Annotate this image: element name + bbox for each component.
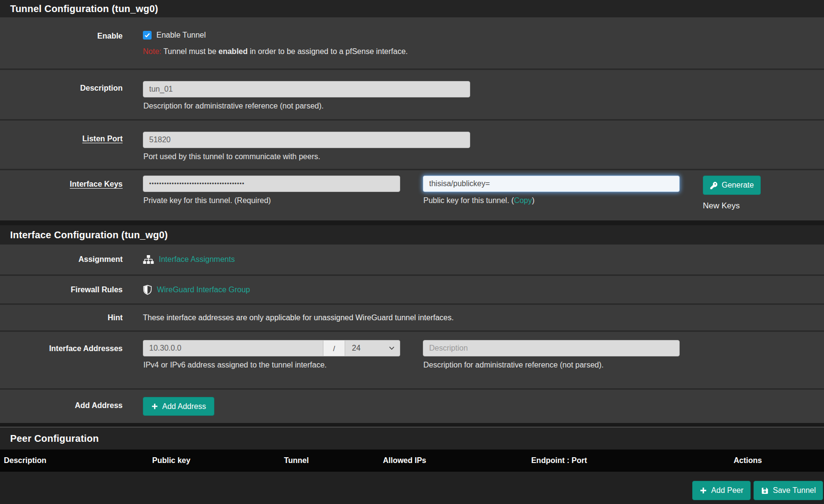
save-icon bbox=[761, 487, 769, 495]
add-peer-button-label: Add Peer bbox=[711, 486, 743, 495]
tunnel-configuration-title: Tunnel Configuration (tun_wg0) bbox=[0, 0, 824, 17]
add-address-button-label: Add Address bbox=[162, 402, 206, 411]
column-header-public-key: Public key bbox=[148, 456, 280, 465]
plus-icon bbox=[151, 403, 158, 410]
hint-row: Hint These interface addresses are only … bbox=[0, 303, 824, 330]
interface-configuration-heading: Interface Configuration (tun_wg0) bbox=[0, 225, 824, 245]
enable-tunnel-checkbox[interactable] bbox=[143, 31, 152, 40]
interface-keys-row: Interface Keys Private key for this tunn… bbox=[0, 169, 824, 220]
sitemap-icon bbox=[143, 255, 154, 264]
note-bold: enabled bbox=[219, 47, 248, 55]
enable-row: Enable Enable Tunnel Note: Tunnel must b… bbox=[0, 17, 824, 68]
interface-address-input[interactable] bbox=[143, 340, 323, 356]
address-description-help: Description for administrative reference… bbox=[423, 361, 680, 369]
save-tunnel-button[interactable]: Save Tunnel bbox=[754, 481, 823, 500]
tunnel-configuration-heading: Tunnel Configuration (tun_wg0) bbox=[0, 0, 824, 17]
assignment-row: Assignment Interface Assignments bbox=[0, 245, 824, 274]
description-help: Description for administrative reference… bbox=[143, 102, 824, 110]
plus-icon bbox=[699, 487, 707, 494]
address-description-input[interactable] bbox=[423, 340, 680, 356]
new-keys-label: New Keys bbox=[703, 201, 761, 211]
copy-public-key-link[interactable]: Copy bbox=[514, 196, 532, 204]
add-address-row: Add Address Add Address bbox=[0, 388, 824, 423]
description-input[interactable] bbox=[143, 81, 470, 97]
tunnel-configuration-panel: Tunnel Configuration (tun_wg0) Enable En… bbox=[0, 0, 824, 220]
peer-table-header: Description Public key Tunnel Allowed IP… bbox=[0, 450, 824, 472]
mask-select[interactable]: 24 bbox=[345, 340, 400, 356]
chevron-down-icon bbox=[389, 346, 394, 350]
note-text-2: in order to be assigned to a pfSense int… bbox=[248, 47, 408, 55]
mask-select-value: 24 bbox=[352, 344, 361, 353]
interface-configuration-title: Interface Configuration (tun_wg0) bbox=[0, 225, 824, 244]
peer-configuration-title: Peer Configuration bbox=[0, 427, 824, 447]
interface-configuration-body: Assignment Interface Assignments Firewal… bbox=[0, 245, 824, 423]
tunnel-configuration-body: Enable Enable Tunnel Note: Tunnel must b… bbox=[0, 17, 824, 220]
key-icon bbox=[710, 181, 718, 190]
save-tunnel-button-label: Save Tunnel bbox=[773, 486, 816, 495]
firewall-rules-row: Firewall Rules WireGuard Interface Group bbox=[0, 274, 824, 303]
enable-label: Enable bbox=[0, 17, 143, 68]
listen-port-input[interactable] bbox=[143, 132, 470, 148]
peer-configuration-panel: Peer Configuration Description Public ke… bbox=[0, 427, 824, 504]
hint-label: Hint bbox=[0, 313, 143, 322]
add-peer-button[interactable]: Add Peer bbox=[692, 481, 751, 500]
description-row: Description Description for administrati… bbox=[0, 68, 824, 119]
add-address-button[interactable]: Add Address bbox=[143, 397, 214, 416]
enable-note: Note: Tunnel must be enabled in order to… bbox=[143, 47, 824, 56]
form-actions-bar: Add Peer Save Tunnel bbox=[0, 472, 824, 504]
column-header-description: Description bbox=[0, 456, 148, 465]
column-header-allowed-ips: Allowed IPs bbox=[379, 456, 527, 465]
interface-assignments-link[interactable]: Interface Assignments bbox=[159, 255, 235, 264]
hint-text: These interface addresses are only appli… bbox=[143, 313, 454, 322]
note-prefix: Note: bbox=[143, 47, 161, 55]
interface-addresses-row: Interface Addresses / 24 IPv4 or IPv6 ad… bbox=[0, 330, 824, 388]
shield-icon bbox=[143, 285, 152, 295]
listen-port-row: Listen Port Port used by this tunnel to … bbox=[0, 119, 824, 169]
generate-keys-button[interactable]: Generate bbox=[703, 176, 761, 195]
enable-tunnel-checkbox-line[interactable]: Enable Tunnel bbox=[143, 31, 824, 40]
wireguard-interface-group-link[interactable]: WireGuard Interface Group bbox=[157, 286, 250, 294]
panel-gap bbox=[0, 423, 824, 427]
add-address-label: Add Address bbox=[0, 390, 143, 423]
column-header-tunnel: Tunnel bbox=[280, 456, 379, 465]
listen-port-help: Port used by this tunnel to communicate … bbox=[143, 152, 824, 161]
public-key-help: Public key for this tunnel. (Copy) bbox=[423, 196, 680, 205]
private-key-input[interactable] bbox=[143, 176, 400, 192]
description-label: Description bbox=[0, 70, 143, 119]
enable-tunnel-checkbox-label: Enable Tunnel bbox=[156, 31, 206, 40]
interface-keys-label: Interface Keys bbox=[70, 180, 123, 188]
assignment-label: Assignment bbox=[0, 255, 143, 264]
firewall-rules-label: Firewall Rules bbox=[0, 286, 143, 294]
peer-configuration-heading: Peer Configuration bbox=[0, 427, 824, 450]
private-key-help: Private key for this tunnel. (Required) bbox=[143, 196, 400, 205]
panel-gap bbox=[0, 220, 824, 225]
address-mask-separator: / bbox=[323, 340, 345, 356]
column-header-endpoint-port: Endpoint : Port bbox=[527, 456, 671, 465]
generate-button-label: Generate bbox=[722, 181, 754, 190]
checkmark-icon bbox=[144, 33, 150, 38]
listen-port-label: Listen Port bbox=[82, 135, 123, 143]
interface-addresses-label: Interface Addresses bbox=[0, 332, 143, 388]
column-header-actions: Actions bbox=[671, 456, 824, 465]
note-text: Tunnel must be bbox=[161, 47, 218, 55]
interface-address-help: IPv4 or IPv6 address assigned to the tun… bbox=[143, 361, 400, 369]
interface-configuration-panel: Interface Configuration (tun_wg0) Assign… bbox=[0, 225, 824, 423]
public-key-input[interactable] bbox=[423, 176, 680, 192]
